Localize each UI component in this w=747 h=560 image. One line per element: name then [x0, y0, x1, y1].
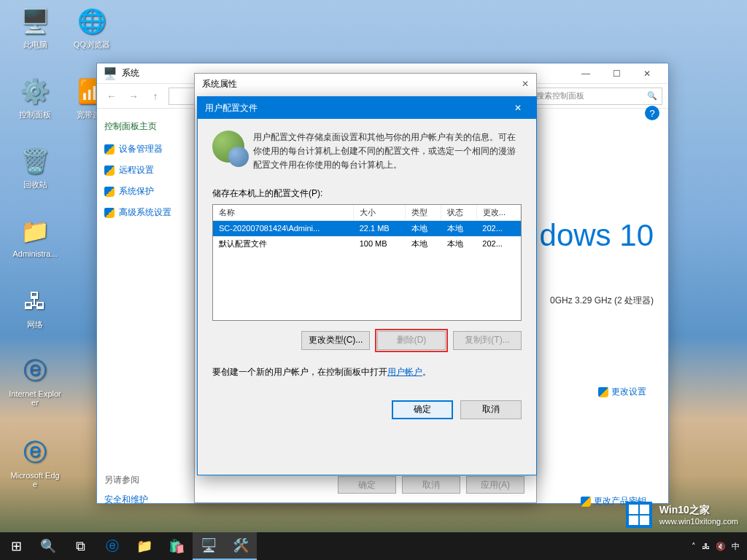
shield-icon — [104, 144, 115, 155]
control-panel-icon: ⚙️ — [20, 76, 50, 106]
profiles-listbox[interactable]: 名称 大小 类型 状态 更改... SC-202007081424\Admini… — [212, 204, 522, 321]
cancel-button[interactable]: 取消 — [460, 400, 522, 419]
col-size[interactable]: 大小 — [354, 205, 406, 221]
taskbar-explorer[interactable]: 📁 — [128, 532, 160, 560]
sidebar: 控制面板主页 设备管理器 远程设置 系统保护 高级系统设置 另请参阅 安全和维护 — [97, 109, 199, 503]
col-type[interactable]: 类型 — [406, 205, 441, 221]
col-status[interactable]: 状态 — [441, 205, 477, 221]
see-also-label: 另请参阅 — [104, 474, 191, 486]
taskbar-store[interactable]: 🛍️ — [160, 532, 193, 560]
shield-icon — [104, 166, 115, 176]
desktop-icon-network[interactable]: 🖧网络 — [9, 286, 61, 330]
desktop-icon-edge[interactable]: ⓔMicrosoft Edge — [9, 438, 61, 489]
col-name[interactable]: 名称 — [213, 205, 354, 221]
dialog-user-profiles: 用户配置文件 ✕ 用户配置文件存储桌面设置和其他与你的用户帐户有关的信息。可在你… — [197, 96, 537, 475]
cancel-button[interactable]: 取消 — [402, 476, 460, 494]
profiles-icon — [212, 131, 244, 163]
desktop-icon-administrator[interactable]: 📁Administra... — [9, 216, 61, 258]
edge-icon: ⓔ — [20, 438, 50, 468]
ie-icon: ⓔ — [20, 356, 50, 386]
taskbar-app[interactable]: 🛠️ — [225, 532, 257, 560]
system-tray[interactable]: ˄ 🖧 🔇 中 — [684, 541, 747, 552]
sidebar-header: 控制面板主页 — [104, 120, 191, 133]
new-account-text: 要创建一个新的用户帐户，在控制面板中打开用户帐户。 — [212, 366, 522, 378]
minimize-button[interactable]: — — [570, 63, 601, 84]
taskbar: ⊞ 🔍 ⧉ ⓔ 📁 🛍️ 🖥️ 🛠️ ˄ 🖧 🔇 中 — [0, 532, 747, 560]
dialog-title: 用户配置文件 — [205, 102, 258, 114]
windows10-logo: dows 10 — [540, 218, 654, 253]
desktop-icon-this-pc[interactable]: 🖥️此电脑 — [9, 6, 61, 50]
back-button[interactable]: ← — [103, 88, 120, 105]
col-changed[interactable]: 更改... — [476, 205, 520, 221]
desktop-icon-recycle-bin[interactable]: 🗑️回收站 — [9, 146, 61, 190]
forward-button[interactable]: → — [125, 88, 142, 105]
list-label: 储存在本机上的配置文件(P): — [212, 187, 522, 200]
search-icon: 🔍 — [647, 91, 657, 101]
watermark-brand: Win10之家 — [659, 504, 710, 516]
window-icon: 🖥️ — [103, 66, 117, 80]
qq-browser-icon: 🌐 — [77, 6, 107, 36]
shield-icon — [598, 387, 608, 397]
user-accounts-link[interactable]: 用户帐户 — [387, 367, 422, 377]
delete-button[interactable]: 删除(D) — [377, 331, 446, 350]
shield-icon — [581, 497, 591, 507]
dialog-title: 系统属性 — [202, 78, 237, 90]
close-button[interactable]: ✕ — [632, 63, 662, 84]
taskbar-search[interactable]: 🔍 — [32, 532, 64, 560]
cpu-specs: 0GHz 3.29 GHz (2 处理器) — [550, 295, 654, 307]
start-button[interactable]: ⊞ — [0, 532, 32, 560]
sidebar-link-remote[interactable]: 远程设置 — [104, 164, 191, 176]
desktop-icon-qq-browser[interactable]: 🌐QQ浏览器 — [66, 6, 118, 50]
dialog-titlebar[interactable]: 系统属性 ✕ — [195, 74, 536, 94]
recycle-bin-icon: 🗑️ — [20, 146, 50, 176]
tray-up-icon[interactable]: ˄ — [692, 542, 696, 551]
taskbar-taskview[interactable]: ⧉ — [64, 532, 96, 560]
apply-button[interactable]: 应用(A) — [466, 476, 525, 494]
shield-icon — [104, 208, 115, 218]
search-input[interactable]: 搜索控制面板🔍 — [531, 88, 662, 105]
up-button[interactable]: ↑ — [147, 88, 164, 105]
pc-icon: 🖥️ — [20, 6, 50, 36]
ok-button[interactable]: 确定 — [338, 476, 396, 494]
desktop-icon-ie[interactable]: ⓔInternet Explorer — [9, 356, 61, 407]
table-row[interactable]: 默认配置文件100 MB本地本地202... — [213, 236, 521, 252]
window-title: 系统 — [122, 67, 139, 79]
intro-text: 用户配置文件存储桌面设置和其他与你的用户帐户有关的信息。可在你使用的每台计算机上… — [253, 131, 522, 173]
maximize-button[interactable]: ☐ — [601, 63, 632, 84]
close-icon[interactable]: ✕ — [507, 103, 529, 113]
folder-icon: 📁 — [20, 216, 50, 246]
watermark-logo-icon — [626, 502, 652, 528]
tray-ime-icon[interactable]: 中 — [732, 541, 740, 552]
see-also-link[interactable]: 安全和维护 — [104, 494, 191, 506]
tray-network-icon[interactable]: 🖧 — [702, 542, 710, 551]
table-row[interactable]: SC-202007081424\Admini...22.1 MB本地本地202.… — [213, 220, 521, 236]
watermark-url: www.win10xitong.com — [659, 517, 738, 526]
network-icon: 🖧 — [20, 286, 50, 316]
copy-to-button[interactable]: 复制到(T)... — [453, 331, 522, 350]
dialog-titlebar[interactable]: 用户配置文件 ✕ — [198, 97, 536, 119]
close-icon[interactable]: ✕ — [522, 79, 529, 89]
change-type-button[interactable]: 更改类型(C)... — [301, 331, 370, 350]
tray-volume-icon[interactable]: 🔇 — [716, 542, 726, 551]
shield-icon — [104, 187, 115, 197]
change-settings-link[interactable]: 更改设置 — [598, 386, 646, 398]
sidebar-link-protection[interactable]: 系统保护 — [104, 185, 191, 198]
taskbar-edge[interactable]: ⓔ — [96, 532, 128, 560]
sidebar-link-device-manager[interactable]: 设备管理器 — [104, 143, 191, 155]
watermark: Win10之家 www.win10xitong.com — [626, 502, 738, 528]
ok-button[interactable]: 确定 — [392, 400, 453, 419]
desktop-icon-control-panel[interactable]: ⚙️控制面板 — [9, 76, 61, 120]
sidebar-link-advanced[interactable]: 高级系统设置 — [104, 206, 191, 219]
taskbar-system[interactable]: 🖥️ — [193, 532, 225, 560]
